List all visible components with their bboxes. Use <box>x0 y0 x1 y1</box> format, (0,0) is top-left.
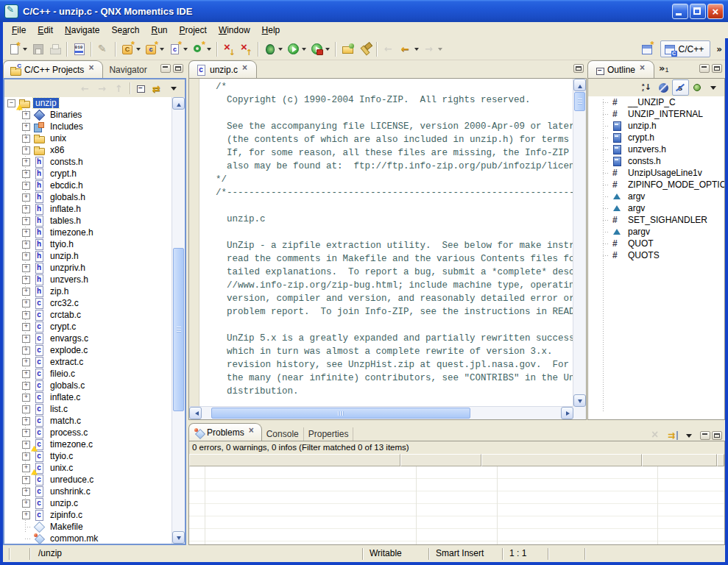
tree-item[interactable]: + unshrink.c <box>4 486 172 497</box>
scroll-left-icon[interactable] <box>189 407 202 419</box>
scroll-down-icon[interactable] <box>172 531 185 544</box>
debug-button[interactable] <box>262 40 285 59</box>
scroll-right-icon[interactable] <box>561 407 573 419</box>
maximize-view-button[interactable] <box>712 431 722 440</box>
tree-item[interactable]: + globals.c <box>4 380 172 391</box>
close-button[interactable] <box>707 4 724 19</box>
tree-item[interactable]: + unzpriv.h <box>4 262 172 274</box>
minimize-view-button[interactable] <box>700 431 710 440</box>
tree-item[interactable]: + unreduce.c <box>4 474 172 486</box>
outline-item[interactable]: crypt.h <box>588 132 724 143</box>
expander-icon[interactable]: + <box>22 288 30 296</box>
expander-icon[interactable]: + <box>22 217 30 225</box>
close-editor-icon[interactable] <box>242 65 250 74</box>
scroll-up-icon[interactable] <box>573 79 586 91</box>
open-perspective-button[interactable] <box>639 40 656 59</box>
outline-item[interactable]: SET_SIGHANDLER <box>588 214 724 226</box>
tree-item[interactable]: + crypt.c <box>4 321 172 333</box>
expander-icon[interactable]: + <box>22 511 30 519</box>
maximize-view-button[interactable] <box>712 64 722 73</box>
outline-item[interactable]: consts.h <box>588 155 724 167</box>
expander-icon[interactable]: + <box>22 464 30 472</box>
tree-item[interactable]: + tables.h <box>4 215 172 227</box>
expander-icon[interactable]: − <box>7 99 15 107</box>
scroll-thumb[interactable] <box>211 408 470 419</box>
tree-item[interactable]: + timezone.h <box>4 227 172 238</box>
tree-item[interactable]: + unzvers.h <box>4 274 172 285</box>
editor-hscrollbar[interactable] <box>189 406 573 419</box>
tree-item[interactable]: + Includes <box>4 121 172 132</box>
tree-item[interactable]: + fileio.c <box>4 368 172 380</box>
menu-item[interactable]: Project <box>174 24 213 37</box>
expander-icon[interactable]: + <box>22 193 30 202</box>
hide-static-button[interactable] <box>672 79 689 96</box>
column-header[interactable] <box>189 454 400 466</box>
scroll-thumb[interactable] <box>574 92 585 111</box>
expander-icon[interactable]: + <box>22 276 30 284</box>
expander-icon[interactable]: + <box>22 382 30 390</box>
save-button[interactable] <box>29 40 46 59</box>
column-header[interactable] <box>717 454 724 466</box>
expander-icon[interactable]: + <box>22 335 30 343</box>
new-c-project-button[interactable] <box>119 40 143 59</box>
scroll-down-icon[interactable] <box>573 394 586 407</box>
binary-button[interactable] <box>71 40 88 59</box>
expander-icon[interactable]: + <box>22 135 30 143</box>
outline-item[interactable]: __UNZIP_C <box>588 96 724 108</box>
tree-item[interactable]: + globals.h <box>4 191 172 203</box>
print-button[interactable] <box>46 40 63 59</box>
tree-item[interactable]: + crypt.h <box>4 168 172 180</box>
menu-item[interactable]: Navigate <box>59 24 105 37</box>
tab-outline[interactable]: Outline <box>587 60 654 78</box>
column-header[interactable] <box>481 454 642 466</box>
expander-icon[interactable]: + <box>22 311 30 319</box>
tree-item[interactable]: + x86 <box>4 144 172 156</box>
tree-item[interactable]: + unix <box>4 132 172 144</box>
expander-icon[interactable]: + <box>22 488 30 496</box>
tree-item[interactable]: + list.c <box>4 403 172 415</box>
menu-item[interactable]: Window <box>213 24 256 37</box>
back-button[interactable] <box>397 40 421 59</box>
tree-item[interactable]: + crctab.c <box>4 309 172 321</box>
outline-item[interactable]: argv <box>588 202 724 214</box>
outline-item[interactable]: argv <box>588 191 724 202</box>
menu-item[interactable]: Search <box>105 24 145 37</box>
maximize-editor-button[interactable] <box>573 64 584 73</box>
tree-item[interactable]: − unzip <box>4 97 172 109</box>
hide-inc-button[interactable] <box>655 79 672 96</box>
qnx-new-button[interactable] <box>190 40 213 59</box>
tree-item[interactable]: + unzip.c <box>4 497 172 509</box>
outline-item[interactable]: unzip.h <box>588 120 724 132</box>
outline-item[interactable]: unzvers.h <box>588 143 724 155</box>
tree-item[interactable]: + inflate.h <box>4 203 172 215</box>
tree-item[interactable]: + process.c <box>4 427 172 438</box>
back-d-button[interactable] <box>77 80 94 96</box>
run-button[interactable] <box>285 40 308 59</box>
editor-vscrollbar[interactable] <box>573 79 586 419</box>
expander-icon[interactable]: + <box>22 323 30 331</box>
outline-item[interactable]: QUOT <box>588 238 724 249</box>
outline-item[interactable]: UnzipUsageLine1v <box>588 167 724 179</box>
tree-item[interactable]: + explode.c <box>4 344 172 356</box>
new-c-file-button[interactable] <box>166 40 190 59</box>
close-tab-icon[interactable] <box>249 428 257 436</box>
projects-vscrollbar[interactable] <box>172 97 185 544</box>
tab-problems[interactable]: Problems <box>188 423 262 441</box>
fwd-d-button[interactable] <box>421 40 445 59</box>
tree-item[interactable]: + crc32.c <box>4 297 172 309</box>
tree-item[interactable]: + timezone.c <box>4 438 172 450</box>
outline-item[interactable]: ZIPINFO_MODE_OPTION <box>588 179 724 191</box>
tab-properties[interactable]: Properties <box>304 427 354 441</box>
maximize-button[interactable] <box>690 4 706 19</box>
expander-icon[interactable]: + <box>22 264 30 272</box>
link-button[interactable] <box>149 80 166 96</box>
expander-icon[interactable]: + <box>22 299 30 308</box>
perspective-cpp-button[interactable]: C/C++ <box>660 40 711 57</box>
title-bar[interactable]: C/C++ - unzip.c - QNX Momentics IDE <box>0 0 728 22</box>
outline-item[interactable]: pargv <box>588 226 724 238</box>
expander-icon[interactable]: + <box>22 417 30 425</box>
expander-icon[interactable]: + <box>22 205 30 213</box>
tab-cpp-projects[interactable]: C C/C++ Projects <box>3 60 103 78</box>
expander-icon[interactable]: + <box>22 441 30 449</box>
flashlight-button[interactable] <box>356 40 373 59</box>
